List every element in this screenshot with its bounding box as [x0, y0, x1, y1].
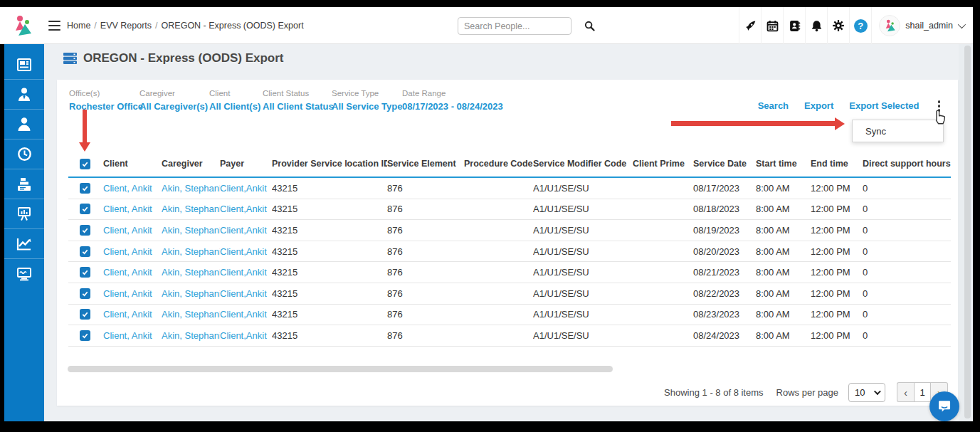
- cell-caregiver[interactable]: Akin, Stephanie: [162, 330, 220, 341]
- cell-service-date: 08/21/2023: [693, 267, 756, 278]
- row-checkbox[interactable]: [80, 309, 90, 320]
- table-row: Client, AnkitAkin, StephanieClient,Ankit…: [68, 241, 951, 263]
- filter-value-client-status[interactable]: All Client Status: [263, 101, 334, 112]
- filter-value-caregiver[interactable]: All Caregiver(s): [139, 101, 208, 112]
- filter-label: Caregiver: [139, 89, 208, 98]
- cell-client[interactable]: Client, Ankit: [103, 204, 162, 214]
- sidebar-item-billing[interactable]: [4, 169, 44, 199]
- cell-caregiver[interactable]: Akin, Stephanie: [162, 246, 220, 257]
- calendar-icon[interactable]: [761, 7, 783, 44]
- filter-value-service-type[interactable]: All Service Type: [332, 101, 402, 112]
- col-payer[interactable]: Payer: [220, 159, 272, 169]
- col-service-element[interactable]: Service Element: [387, 159, 464, 169]
- sidebar-item-scheduling[interactable]: [4, 139, 44, 169]
- contacts-icon[interactable]: [783, 7, 805, 44]
- sync-menu-item[interactable]: Sync: [852, 120, 944, 142]
- current-page-button[interactable]: 1: [914, 382, 931, 402]
- col-client[interactable]: Client: [103, 159, 162, 169]
- sidebar-item-caregivers[interactable]: [4, 80, 44, 110]
- hand-cursor-icon: [931, 108, 948, 130]
- row-checkbox[interactable]: [80, 246, 90, 257]
- cell-payer[interactable]: Client,Ankit: [220, 288, 272, 299]
- cell-client[interactable]: Client, Ankit: [103, 288, 162, 299]
- vertical-scrollbar[interactable]: [964, 46, 971, 418]
- rows-per-page-select[interactable]: 10: [848, 383, 885, 402]
- col-end-time[interactable]: End time: [811, 159, 863, 169]
- search-button[interactable]: Search: [758, 100, 789, 111]
- top-bar: Home / EVV Reports / OREGON - Express (O…: [0, 7, 973, 44]
- username-label: shail_admin: [905, 21, 953, 31]
- chat-widget-button[interactable]: [929, 391, 959, 421]
- cell-caregiver[interactable]: Akin, Stephanie: [162, 183, 220, 194]
- cell-caregiver[interactable]: Akin, Stephanie: [162, 288, 220, 299]
- col-service-date[interactable]: Service Date: [693, 159, 756, 169]
- gear-icon[interactable]: [827, 7, 849, 44]
- row-checkbox[interactable]: [80, 288, 90, 299]
- search-icon[interactable]: [584, 21, 595, 31]
- breadcrumb-evv-reports[interactable]: EVV Reports: [100, 21, 152, 31]
- cell-client[interactable]: Client, Ankit: [103, 225, 162, 236]
- cell-service-date: 08/22/2023: [693, 288, 756, 299]
- bell-icon[interactable]: [805, 7, 827, 44]
- col-caregiver[interactable]: Caregiver: [162, 159, 220, 169]
- sidebar-item-reports[interactable]: [4, 199, 44, 229]
- sidebar-item-clients[interactable]: [4, 110, 44, 139]
- table-row: Client, AnkitAkin, StephanieClient,Ankit…: [68, 305, 951, 326]
- breadcrumb-home[interactable]: Home: [67, 21, 90, 31]
- cell-end-time: 12:00 PM: [811, 309, 863, 320]
- export-selected-button[interactable]: Export Selected: [849, 100, 919, 111]
- filter-value-offices[interactable]: Rochester Office: [69, 101, 143, 112]
- cell-caregiver[interactable]: Akin, Stephanie: [162, 267, 220, 278]
- col-procedure-code[interactable]: Procedure Code: [464, 159, 533, 169]
- export-button[interactable]: Export: [804, 100, 833, 111]
- cell-client[interactable]: Client, Ankit: [103, 246, 162, 257]
- sidebar-item-monitoring[interactable]: [4, 259, 44, 289]
- cell-payer[interactable]: Client,Ankit: [220, 225, 272, 236]
- cell-caregiver[interactable]: Akin, Stephanie: [162, 225, 220, 236]
- row-checkbox[interactable]: [80, 204, 90, 214]
- app-logo[interactable]: [0, 7, 44, 44]
- help-icon[interactable]: ?: [849, 7, 871, 44]
- cell-client[interactable]: Client, Ankit: [103, 309, 162, 320]
- cell-caregiver[interactable]: Akin, Stephanie: [162, 204, 220, 214]
- cell-payer[interactable]: Client,Ankit: [220, 246, 272, 257]
- sidebar-item-dashboard[interactable]: [4, 50, 44, 80]
- cell-payer[interactable]: Client,Ankit: [220, 267, 272, 278]
- row-checkbox[interactable]: [80, 330, 90, 341]
- row-checkbox[interactable]: [80, 225, 90, 236]
- prev-page-button[interactable]: ‹: [897, 382, 914, 402]
- col-direct-support-hours[interactable]: Direct support hours: [863, 159, 951, 169]
- cell-end-time: 12:00 PM: [811, 288, 863, 299]
- cell-payer[interactable]: Client,Ankit: [220, 183, 272, 194]
- cell-client[interactable]: Client, Ankit: [103, 267, 162, 278]
- row-checkbox[interactable]: [80, 267, 90, 278]
- cell-end-time: 12:00 PM: [811, 225, 863, 236]
- horizontal-scrollbar[interactable]: [68, 366, 613, 372]
- annotation-arrow-right: [671, 121, 835, 126]
- report-card: Office(s) Rochester Office Caregiver All…: [57, 80, 958, 406]
- menu-toggle-icon[interactable]: [48, 21, 60, 31]
- cell-client[interactable]: Client, Ankit: [103, 330, 162, 341]
- cell-client[interactable]: Client, Ankit: [103, 183, 162, 194]
- col-provider-service-location-id[interactable]: Provider Service location ID: [272, 159, 387, 169]
- cell-payer[interactable]: Client,Ankit: [220, 330, 272, 341]
- filter-value-date-range[interactable]: 08/17/2023 - 08/24/2023: [402, 101, 503, 112]
- cell-service-modifier-code: A1/U1/SE/SU: [533, 288, 633, 299]
- showing-items-label: Showing 1 - 8 of 8 items: [664, 387, 763, 398]
- sidebar-item-analytics[interactable]: [4, 229, 44, 259]
- cell-payer[interactable]: Client,Ankit: [220, 204, 272, 214]
- col-service-modifier-code[interactable]: Service Modifier Code: [533, 159, 633, 169]
- col-start-time[interactable]: Start time: [756, 159, 811, 169]
- select-all-checkbox[interactable]: [80, 159, 90, 169]
- rocket-icon[interactable]: [739, 7, 761, 44]
- user-menu[interactable]: shail_admin: [871, 7, 968, 44]
- cell-service-modifier-code: A1/U1/SE/SU: [533, 330, 633, 341]
- col-client-prime[interactable]: Client Prime: [633, 159, 693, 169]
- row-checkbox[interactable]: [80, 183, 90, 194]
- cell-start-time: 8:00 AM: [756, 288, 811, 299]
- filter-value-client[interactable]: All Client(s): [209, 101, 260, 112]
- cell-caregiver[interactable]: Akin, Stephanie: [162, 309, 220, 320]
- filter-caregiver: Caregiver All Caregiver(s): [139, 89, 208, 112]
- search-input[interactable]: [458, 21, 584, 31]
- cell-payer[interactable]: Client,Ankit: [220, 309, 272, 320]
